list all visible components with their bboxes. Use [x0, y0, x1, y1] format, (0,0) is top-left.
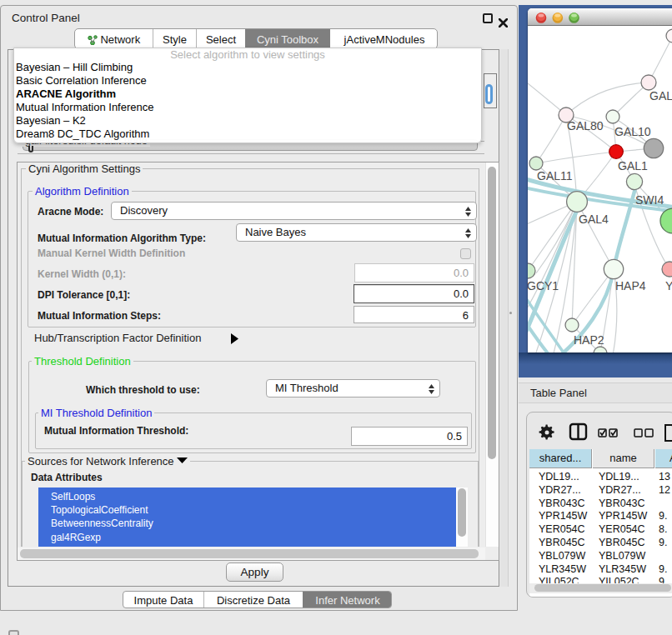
svg-text:SWI4: SWI4 [635, 193, 664, 207]
svg-text:GAL80: GAL80 [567, 119, 604, 132]
svg-text:GCY1: GCY1 [528, 279, 559, 292]
svg-text:GAL: GAL [649, 89, 672, 102]
svg-text:GAL11: GAL11 [537, 169, 573, 182]
svg-text:GAL4: GAL4 [579, 212, 609, 226]
svg-text:GAL10: GAL10 [614, 125, 651, 138]
svg-text:GAL1: GAL1 [618, 159, 648, 172]
svg-text:HAP4: HAP4 [615, 279, 646, 292]
svg-text:Y: Y [665, 279, 672, 292]
svg-text:HAP2: HAP2 [574, 333, 604, 347]
